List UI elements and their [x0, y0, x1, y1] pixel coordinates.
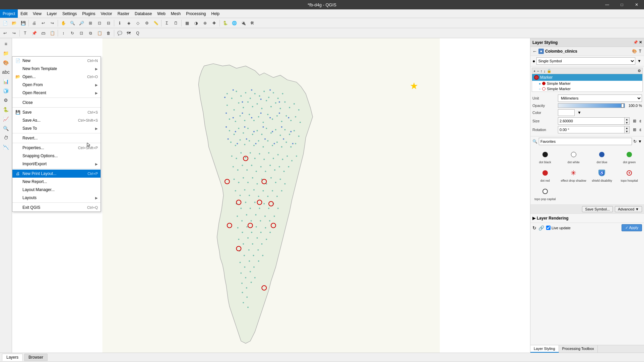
python-btn[interactable]: 🐍	[221, 19, 230, 27]
panel-pin-icon[interactable]: 📌	[633, 40, 638, 45]
menu-database[interactable]: Database	[132, 9, 154, 18]
zoom-layer-btn[interactable]: ⊡	[95, 19, 104, 27]
more2[interactable]: ◑	[192, 19, 200, 27]
menu-project[interactable]: Project	[0, 9, 18, 18]
map-tips-btn[interactable]: 💬	[115, 29, 124, 37]
more4[interactable]: ✚	[210, 19, 218, 27]
rotation-down-btn[interactable]: ▼	[625, 130, 629, 133]
menu-settings[interactable]: Settings	[60, 9, 79, 18]
menu-close[interactable]: Close	[12, 99, 101, 107]
save-btn[interactable]: 💾	[19, 19, 27, 27]
menu-vector[interactable]: Vector	[98, 9, 115, 18]
tab-browser[interactable]: Browser	[24, 354, 48, 361]
menu-save-to[interactable]: Save To ▶	[12, 124, 101, 132]
plugin-btn[interactable]: 🔌	[239, 19, 248, 27]
menu-web[interactable]: Web	[154, 9, 168, 18]
menu-layer[interactable]: Layer	[44, 9, 60, 18]
color-picker-btn[interactable]: ▼	[577, 110, 582, 116]
print-btn[interactable]: 🖨	[30, 19, 39, 27]
qgis-plugin2[interactable]: Q	[133, 29, 142, 37]
symbol-tree-root[interactable]: Marker	[532, 74, 642, 81]
more3[interactable]: ⊕	[201, 19, 209, 27]
tree-down-icon[interactable]: ↓	[543, 69, 545, 73]
menu-new-report[interactable]: New Report...	[12, 178, 101, 186]
attribute-btn[interactable]: 🗒	[172, 19, 180, 27]
move-btn[interactable]: ↕	[59, 29, 68, 37]
menu-mesh[interactable]: Mesh	[168, 9, 183, 18]
label-btn[interactable]: T	[21, 29, 29, 37]
minimize-button[interactable]: —	[600, 0, 615, 9]
filter-btn[interactable]: ⚙	[142, 19, 151, 27]
size-input[interactable]	[558, 117, 625, 125]
menu-exit-qgis[interactable]: Exit QGIS Ctrl+Q	[12, 203, 101, 212]
symbol-shield-disability[interactable]: ♿ shield disability	[589, 167, 615, 183]
symbol-topo-pop-capital[interactable]: topo pop capital	[532, 185, 558, 202]
paste-btn[interactable]: 📋	[95, 29, 104, 37]
undo2-btn[interactable]: ↩	[1, 29, 9, 37]
favorites-search[interactable]	[539, 138, 632, 145]
close-button[interactable]: ✕	[629, 0, 644, 9]
menu-open[interactable]: 📂 Open... Ctrl+O	[12, 73, 101, 81]
3d-view-btn[interactable]: 🧊	[1, 86, 11, 95]
rendering-link-icon[interactable]: 🔗	[538, 225, 544, 231]
label-panel-btn[interactable]: abc	[1, 68, 11, 76]
menu-help[interactable]: Help	[209, 9, 222, 18]
map-btn2[interactable]: 🗺	[124, 29, 133, 37]
label-icon[interactable]: T	[638, 48, 642, 54]
unit-select[interactable]: Millimeters	[558, 95, 642, 102]
rendering-refresh-icon[interactable]: ↻	[532, 225, 536, 231]
layers-panel-btn[interactable]: ≡	[1, 40, 11, 48]
processing-panel-btn[interactable]: ⚙	[1, 96, 11, 105]
favorites-add-btn[interactable]: ▼	[638, 139, 642, 144]
browser-panel-btn[interactable]: 📁	[1, 49, 11, 58]
map-area[interactable]: ★ 📄 New Ctrl+N New from Template ▶ 📂 Ope…	[12, 38, 530, 353]
menu-plugins[interactable]: Plugins	[79, 9, 98, 18]
menu-open-recent[interactable]: Open Recent ▶	[12, 89, 101, 97]
debug-btn[interactable]: 🛠	[248, 19, 257, 27]
panel-close-icon[interactable]: ✕	[639, 40, 642, 45]
menu-edit[interactable]: Edit	[18, 9, 30, 18]
locator-btn[interactable]: 🔍	[1, 124, 11, 133]
tree-expand-icon[interactable]: +	[533, 69, 535, 73]
tab-layers[interactable]: Layers	[2, 354, 23, 361]
symbol-type-select[interactable]: Single Symbol	[536, 57, 635, 65]
undo-btn[interactable]: ↩	[39, 19, 48, 27]
scale-btn[interactable]: ⊡	[77, 29, 86, 37]
rotation-up-btn[interactable]: ▲	[625, 126, 629, 130]
size-expr-btn[interactable]: ε	[639, 118, 642, 124]
opacity-slider[interactable]	[558, 103, 625, 108]
menu-properties[interactable]: Properties... Ctrl+Shift+P	[12, 144, 101, 152]
menu-raster[interactable]: Raster	[115, 9, 132, 18]
size-up-btn[interactable]: ▲	[625, 118, 629, 121]
stats-btn[interactable]: 📉	[1, 143, 11, 152]
pin-btn[interactable]: 📌	[30, 29, 39, 37]
menu-layouts[interactable]: Layouts ▶	[12, 194, 101, 202]
menu-view[interactable]: View	[30, 9, 44, 18]
symbol-menu-btn[interactable]: ▼	[637, 58, 642, 64]
symbol-topo-hospital[interactable]: + topo hospital	[617, 167, 642, 183]
rotation-field-btn[interactable]: ⊞	[632, 127, 637, 133]
measure-btn[interactable]: 📏	[151, 19, 160, 27]
more1[interactable]: ▦	[183, 19, 191, 27]
color-swatch[interactable]	[558, 109, 575, 116]
tab-layer-styling[interactable]: Layer Styling	[530, 345, 559, 353]
menu-snapping[interactable]: Snapping Options...	[12, 152, 101, 160]
advanced-btn[interactable]: Advanced ▼	[615, 206, 642, 212]
open-btn[interactable]: 📂	[10, 19, 18, 27]
result-viewer-btn[interactable]: 📈	[1, 115, 11, 123]
size-down-btn[interactable]: ▼	[625, 121, 629, 124]
symbol-dot-green[interactable]: dot green	[617, 148, 642, 165]
styling-panel-btn[interactable]: 🎨	[1, 58, 11, 67]
live-update-checkbox[interactable]	[546, 226, 551, 230]
menu-new-from-template[interactable]: New from Template ▶	[12, 65, 101, 73]
menu-open-from[interactable]: Open From ▶	[12, 81, 101, 89]
menu-save[interactable]: 💾 Save Ctrl+S	[12, 108, 101, 116]
rotate-feature-btn[interactable]: ↻	[68, 29, 77, 37]
deselect-btn[interactable]: ◇	[133, 19, 142, 27]
apply-btn[interactable]: ✓ Apply	[622, 224, 642, 231]
symbol-dot-white[interactable]: dot white	[560, 148, 587, 165]
pan-btn[interactable]: ✋	[59, 19, 68, 27]
delete-btn[interactable]: 🗑	[104, 29, 113, 37]
maximize-button[interactable]: □	[615, 0, 629, 9]
form-btn[interactable]: 📋	[48, 29, 57, 37]
